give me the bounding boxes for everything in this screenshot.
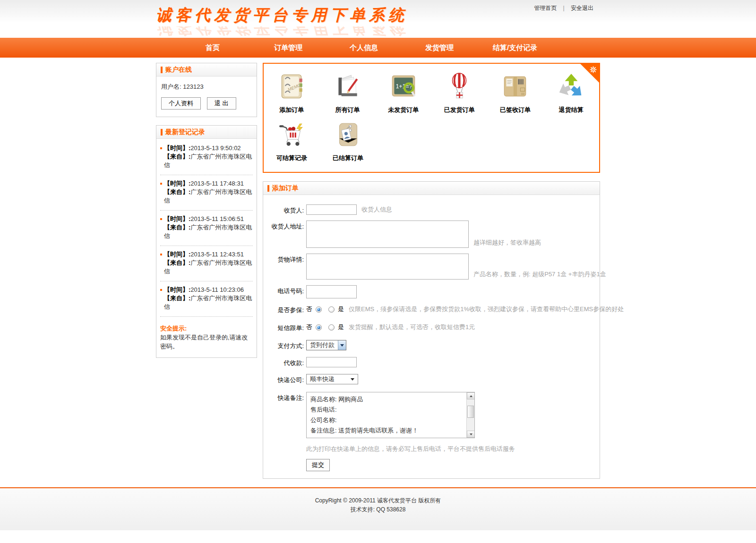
shortcut-received-orders[interactable]: 已签收订单 xyxy=(487,72,543,114)
shortcut-add-order[interactable]: MEMO 添加订单 xyxy=(264,72,319,114)
account-box-header: 账户在线 xyxy=(156,63,257,76)
gear-icon[interactable] xyxy=(590,66,597,73)
shortcut-all-orders[interactable]: 所有订单 xyxy=(319,72,375,114)
top-links: 管理首页 | 安全退出 xyxy=(531,4,596,12)
bullet-icon xyxy=(160,218,162,220)
shortcut-unshipped-orders[interactable]: 1+1=? 未发货订单 xyxy=(376,72,431,114)
header-accent-bar xyxy=(161,129,163,136)
memo-icon: MEMO xyxy=(277,72,306,101)
receiver-input[interactable] xyxy=(306,204,357,215)
username-value: 123123 xyxy=(183,83,203,90)
shortcut-settled-orders[interactable]: 已结算订单 xyxy=(320,120,376,162)
link-admin-home[interactable]: 管理首页 xyxy=(534,5,557,11)
record-time-value: 2013-5-11 15:06:51 xyxy=(190,215,244,222)
header-accent-bar xyxy=(267,185,269,192)
bullet-icon xyxy=(160,147,162,149)
insurance-yes-radio[interactable] xyxy=(328,306,335,313)
header-accent-bar xyxy=(161,67,163,73)
security-tip-text: 如果发现不是自己登录的,请速改密码。 xyxy=(160,333,253,351)
chalkboard-magnifier-icon: 1+1=? xyxy=(389,72,418,101)
record-time-value: 2013-5-13 9:50:02 xyxy=(190,144,241,152)
copyright-text: CopyRight © 2009-2011 诚客代发货平台 版权所有 xyxy=(156,496,600,505)
shortcut-shipped-orders[interactable]: 已发货订单 xyxy=(431,72,487,114)
sms-hint: 发货提醒，默认选是，可选否，收取短信费1元 xyxy=(349,323,475,331)
link-safe-logout[interactable]: 安全退出 xyxy=(571,5,593,11)
record-time-value: 2013-5-11 10:23:06 xyxy=(190,286,244,293)
chevron-down-icon xyxy=(338,340,346,350)
shortcut-settleable-records[interactable]: 可结算记录 xyxy=(264,120,320,162)
remark-textarea[interactable]: 商品名称: 网购商品 售后电话: 公司名称: 备注信息: 送货前请先电话联系，谢… xyxy=(306,392,475,438)
address-textarea[interactable] xyxy=(306,221,469,248)
submit-button[interactable]: 提交 xyxy=(306,459,330,471)
scroll-down-button[interactable] xyxy=(467,431,475,438)
collect-label: 代收款: xyxy=(263,357,304,367)
login-record-item: 【时间】:2013-5-11 15:06:51 【来自】:广东省广州市海珠区电信 xyxy=(160,211,253,246)
login-record-item: 【时间】:2013-5-11 10:23:06 【来自】:广东省广州市海珠区电信 xyxy=(160,281,253,317)
payment-select[interactable]: 货到付款 xyxy=(306,340,346,350)
goods-hint: 产品名称，数量，例: 超级P57 1盒 +丰韵丹姿1盒 xyxy=(473,270,606,279)
scroll-up-button[interactable] xyxy=(467,392,475,399)
site-title-reflection: 诚客代发货平台专用下单系统 xyxy=(156,26,408,38)
cart-icon xyxy=(277,120,307,149)
collect-input[interactable] xyxy=(306,357,357,367)
record-time-label: 【时间】: xyxy=(164,180,190,187)
phone-input[interactable] xyxy=(306,285,357,298)
login-record-item: 【时间】:2013-5-11 12:43:51 【来自】:广东省广州市海珠区电信 xyxy=(160,246,253,281)
sms-yes-radio[interactable] xyxy=(328,324,335,331)
shortcut-label: 已签收订单 xyxy=(500,106,531,114)
main-content: MEMO 添加订单 所有订单 xyxy=(263,63,600,479)
sms-no-label: 否 xyxy=(306,323,312,331)
receiver-label: 收货人: xyxy=(263,204,304,215)
nav-item-order-management[interactable]: 订单管理 xyxy=(250,38,326,58)
nav-item-settlement-records[interactable]: 结算/支付记录 xyxy=(477,38,553,58)
chevron-down-icon xyxy=(351,378,354,381)
payment-label: 支付方式: xyxy=(263,340,304,350)
scrollbar-thumb[interactable] xyxy=(467,406,474,418)
shortcut-label: 添加订单 xyxy=(279,106,304,114)
shortcut-label: 退货结算 xyxy=(559,106,584,114)
shortcut-label: 已发货订单 xyxy=(444,106,475,114)
book-pencil-icon xyxy=(333,72,362,101)
add-order-panel: 添加订单 收货人: 收货人信息 收货人地址: 越详细越好，签收率越高 xyxy=(263,181,600,479)
sms-no-radio[interactable] xyxy=(316,324,322,331)
insurance-yes-label: 是 xyxy=(338,305,344,314)
package-icon xyxy=(500,72,530,101)
courier-select[interactable]: 顺丰快递 xyxy=(306,374,358,384)
record-from-label: 【来自】: xyxy=(164,224,190,231)
login-records-box: 最新登记记录 【时间】:2013-5-13 9:50:02 【来自】:广东省广州… xyxy=(156,125,257,358)
goods-label: 货物详情: xyxy=(263,254,304,280)
insurance-label: 是否参保: xyxy=(263,304,304,314)
profile-button[interactable]: 个人资料 xyxy=(161,97,201,110)
insurance-no-label: 否 xyxy=(306,305,312,314)
logout-button[interactable]: 退 出 xyxy=(207,97,236,110)
nav-item-shipping-management[interactable]: 发货管理 xyxy=(402,38,477,58)
sms-label: 短信跟单: xyxy=(263,322,304,332)
record-time-label: 【时间】: xyxy=(164,251,190,258)
receiver-hint: 收货人信息 xyxy=(361,205,392,214)
main-nav: 首页 订单管理 个人信息 发货管理 结算/支付记录 xyxy=(0,38,756,58)
add-order-header: 添加订单 xyxy=(263,182,600,195)
sidebar: 账户在线 用户名: 123123 个人资料 退 出 最新登记记录 【 xyxy=(156,63,257,366)
top-header: 诚客代发货平台专用下单系统 诚客代发货平台专用下单系统 管理首页 | 安全退出 xyxy=(0,0,756,38)
goods-textarea[interactable] xyxy=(306,254,469,280)
username-row: 用户名: 123123 xyxy=(161,83,252,91)
nav-item-home[interactable]: 首页 xyxy=(175,38,250,58)
account-box: 账户在线 用户名: 123123 个人资料 退 出 xyxy=(156,63,257,117)
add-order-title: 添加订单 xyxy=(272,184,299,193)
nav-item-personal-info[interactable]: 个人信息 xyxy=(326,38,402,58)
phone-label: 电话号码: xyxy=(263,285,304,298)
login-record-item: 【时间】:2013-5-11 17:48:31 【来自】:广东省广州市海珠区电信 xyxy=(160,175,253,211)
sms-yes-label: 是 xyxy=(338,323,344,331)
insurance-no-radio[interactable] xyxy=(316,306,322,313)
record-time-label: 【时间】: xyxy=(164,286,190,293)
address-label: 收货人地址: xyxy=(263,221,304,248)
record-time-value: 2013-5-11 12:43:51 xyxy=(190,251,244,258)
login-records-title: 最新登记记录 xyxy=(165,128,205,136)
record-from-label: 【来自】: xyxy=(164,259,190,266)
support-text: 技术支持: QQ 538628 xyxy=(156,505,600,514)
balloon-gift-icon xyxy=(445,72,474,101)
site-title: 诚客代发货平台专用下单系统 xyxy=(156,5,408,26)
shortcut-label: 所有订单 xyxy=(335,106,360,114)
bullet-icon xyxy=(160,183,162,185)
remark-scrollbar[interactable] xyxy=(466,392,474,438)
